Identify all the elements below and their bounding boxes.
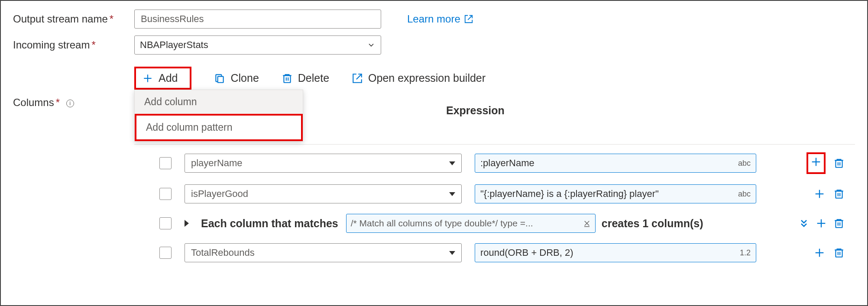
plus-icon[interactable]	[815, 217, 827, 229]
type-indicator: abc	[738, 190, 751, 199]
row-checkbox[interactable]	[159, 247, 172, 259]
svg-rect-13	[836, 191, 842, 198]
open-expression-builder-button[interactable]: Open expression builder	[352, 72, 486, 84]
menu-add-column[interactable]: Add column	[135, 90, 303, 114]
caret-down-icon	[449, 192, 455, 196]
row-checkbox[interactable]	[159, 157, 172, 169]
trash-icon[interactable]	[833, 158, 845, 169]
plus-icon	[142, 73, 153, 84]
svg-rect-8	[836, 161, 842, 167]
output-stream-name-label: Output stream name*	[13, 13, 134, 25]
add-button[interactable]: Add	[142, 72, 178, 84]
info-icon[interactable]: i	[66, 100, 74, 107]
column-name-select[interactable]: playerName	[185, 154, 462, 173]
type-indicator: abc	[738, 159, 751, 168]
expression-column-header: Expression	[446, 104, 505, 116]
expand-triangle-icon[interactable]	[185, 220, 189, 227]
columns-label: Columns* i	[13, 90, 134, 109]
expression-input[interactable]: "{:playerName} is a {:playerRating} play…	[475, 184, 756, 203]
type-indicator: 1.2	[740, 248, 751, 258]
trash-icon	[282, 73, 293, 84]
caret-down-icon	[449, 251, 455, 255]
menu-add-column-pattern[interactable]: Add column pattern	[136, 116, 301, 139]
row-checkbox[interactable]	[159, 188, 172, 200]
trash-icon[interactable]	[833, 188, 845, 200]
double-chevron-down-icon[interactable]	[799, 218, 809, 229]
svg-rect-26	[836, 250, 842, 257]
svg-rect-21	[836, 221, 842, 228]
external-link-icon	[464, 14, 473, 24]
delete-button[interactable]: Delete	[282, 72, 329, 84]
add-dropdown-menu: Add column Add column pattern	[134, 90, 303, 142]
output-stream-name-input[interactable]	[134, 10, 381, 29]
clear-icon[interactable]	[583, 219, 591, 227]
column-row: isPlayerGood "{:playerName} is a {:playe…	[142, 179, 855, 209]
column-pattern-row: Each column that matches /* Match all co…	[142, 209, 855, 238]
add-row-highlight	[806, 152, 826, 174]
external-link-icon	[352, 73, 363, 84]
expression-input[interactable]: :playerName abc	[475, 154, 756, 173]
pattern-expression-input[interactable]: /* Match all columns of type double*/ ty…	[346, 214, 596, 233]
incoming-stream-label: Incoming stream*	[13, 39, 134, 51]
caret-down-icon	[449, 161, 455, 165]
chevron-down-icon	[367, 41, 376, 49]
trash-icon[interactable]	[833, 218, 845, 229]
trash-icon[interactable]	[833, 247, 845, 258]
incoming-stream-select[interactable]: NBAPlayerStats	[134, 35, 381, 55]
add-button-highlight: Add	[134, 67, 191, 90]
plus-icon[interactable]	[813, 188, 826, 200]
plus-icon[interactable]	[810, 156, 822, 168]
expression-input[interactable]: round(ORB + DRB, 2) 1.2	[475, 243, 756, 262]
column-name-select[interactable]: TotalRebounds	[185, 243, 462, 262]
column-name-select[interactable]: isPlayerGood	[185, 184, 462, 203]
menu-add-column-pattern-highlight: Add column pattern	[135, 114, 303, 141]
clone-icon	[214, 73, 225, 84]
svg-rect-2	[218, 76, 223, 82]
clone-button[interactable]: Clone	[214, 72, 259, 84]
column-row: TotalRebounds round(ORB + DRB, 2) 1.2	[142, 238, 855, 267]
row-checkbox[interactable]	[159, 217, 172, 229]
column-row: playerName :playerName abc	[142, 147, 855, 179]
divider	[134, 144, 855, 145]
pattern-prefix-label: Each column that matches	[201, 217, 338, 230]
plus-icon[interactable]	[813, 247, 826, 259]
learn-more-link[interactable]: Learn more	[407, 13, 473, 25]
pattern-suffix-label: creates 1 column(s)	[602, 217, 703, 230]
svg-rect-3	[284, 75, 290, 82]
